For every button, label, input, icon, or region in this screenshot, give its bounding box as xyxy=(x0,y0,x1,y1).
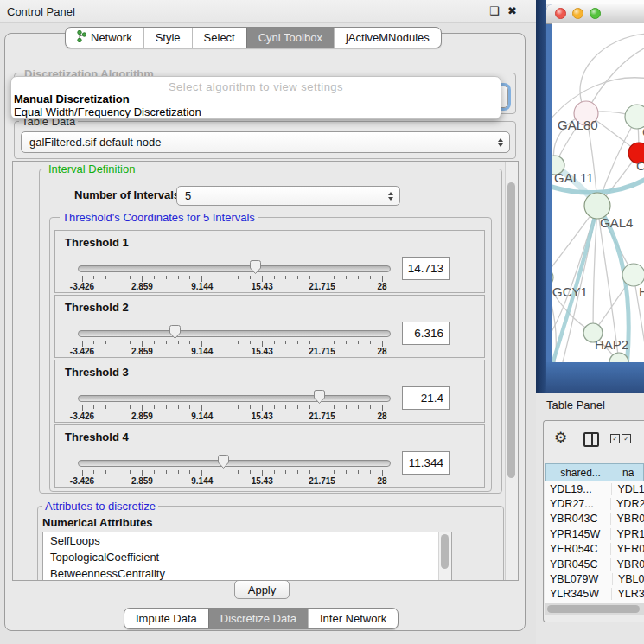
thresholds-group-title: Threshold's Coordinates for 5 Intervals xyxy=(60,211,258,224)
settings-scrollbar-thumb[interactable] xyxy=(507,182,515,478)
tick xyxy=(142,276,143,282)
table-data-combo[interactable]: galFiltered.sif default node xyxy=(21,131,510,153)
tick xyxy=(262,405,263,411)
tick xyxy=(322,276,322,282)
node-label-gcy1: GCY1 xyxy=(552,284,588,299)
tick-label: 15.43 xyxy=(252,282,273,291)
checkbox-icon[interactable]: ✓ xyxy=(622,434,631,443)
tick-label: 15.43 xyxy=(252,476,273,486)
tick xyxy=(297,276,298,279)
tab-infer-network[interactable]: Infer Network xyxy=(308,609,398,628)
network-node-node[interactable] xyxy=(625,105,644,129)
slider-track[interactable] xyxy=(78,395,391,402)
number-of-intervals-value: 5 xyxy=(185,189,191,202)
close-light[interactable] xyxy=(555,8,566,19)
table-row[interactable]: YBR045CYBR0 xyxy=(545,557,644,571)
threshold-label: Threshold 1 xyxy=(65,236,129,249)
node-label-gal11: GAL11 xyxy=(554,170,594,185)
slider-thumb[interactable] xyxy=(249,259,262,278)
tick xyxy=(334,470,335,474)
tick xyxy=(166,276,167,279)
tick xyxy=(178,470,179,474)
popup-option-manual[interactable]: Manual Discretization xyxy=(14,92,130,105)
slider-track[interactable] xyxy=(78,330,391,337)
close-icon[interactable]: ✖ xyxy=(507,4,517,17)
table-scrollbar-thumb[interactable] xyxy=(547,605,640,613)
tab-label: Cyni Toolbox xyxy=(258,31,322,44)
tick xyxy=(297,470,298,474)
slider-thumb[interactable] xyxy=(217,454,230,473)
numerical-attributes-list[interactable]: SelfLoopsTopologicalCoefficientBetweenne… xyxy=(42,532,452,581)
table-row[interactable]: YDL19...YDL1 xyxy=(545,481,644,496)
threshold-value-field[interactable]: 14.713 xyxy=(402,257,450,280)
column-header-shared-name[interactable]: shared... xyxy=(546,464,615,481)
column-header-name[interactable]: na xyxy=(615,467,634,479)
network-window-titlebar[interactable] xyxy=(546,4,644,24)
attributes-scrollbar-thumb[interactable] xyxy=(441,534,449,569)
gear-icon[interactable]: ⚙ xyxy=(554,429,567,447)
tab-cyni-toolbox[interactable]: Cyni Toolbox xyxy=(246,28,334,48)
slider-thumb[interactable] xyxy=(169,324,182,343)
tick xyxy=(238,276,239,279)
tab-label: Select xyxy=(204,31,235,44)
tick xyxy=(262,470,263,476)
tick xyxy=(189,276,190,279)
table-row[interactable]: YBR043CYBR0 xyxy=(545,512,644,526)
attributes-list-scrollbar[interactable] xyxy=(438,532,451,581)
tick xyxy=(214,276,214,279)
slider-track[interactable] xyxy=(78,460,391,467)
tick-label: 28 xyxy=(377,411,386,421)
node-attribute-table[interactable]: shared...naYDL19...YDL1YDR27...YDR2YBR04… xyxy=(545,463,644,603)
tick xyxy=(93,470,94,474)
tab-style[interactable]: Style xyxy=(143,28,192,48)
apply-button[interactable]: Apply xyxy=(234,580,290,599)
cell-name: YBL0 xyxy=(613,573,644,585)
tick xyxy=(105,341,106,344)
threshold-value-field[interactable]: 21.4 xyxy=(402,386,450,410)
table-horizontal-scrollbar[interactable] xyxy=(545,603,644,615)
tick xyxy=(105,405,106,409)
tab-jactivemnodules[interactable]: jActiveMNodules xyxy=(334,28,441,48)
float-icon[interactable]: ❑ xyxy=(489,4,500,17)
tab-network[interactable]: Network xyxy=(66,28,143,48)
tick xyxy=(334,276,335,279)
split-columns-icon[interactable] xyxy=(583,432,599,447)
network-canvas[interactable]: GAL80GCGAL11GAL4GCY1HHAP2 xyxy=(552,23,644,362)
slider-thumb[interactable] xyxy=(313,389,326,408)
tick xyxy=(285,470,286,474)
cell-name: YDL1 xyxy=(612,483,644,495)
tick xyxy=(201,470,202,476)
slider-track[interactable] xyxy=(78,265,391,272)
threshold-value-field[interactable]: 6.316 xyxy=(402,322,450,345)
tick xyxy=(358,470,359,474)
tick xyxy=(82,470,83,476)
table-row[interactable]: YLR345WYLR3 xyxy=(545,587,644,602)
threshold-value-field[interactable]: 11.344 xyxy=(402,451,450,475)
network-node-node[interactable] xyxy=(622,264,644,286)
tick xyxy=(370,470,371,474)
attribute-item-betweennesscentrality[interactable]: BetweennessCentrality xyxy=(43,565,451,581)
table-row[interactable]: YBL079WYBL0 xyxy=(545,571,644,586)
number-of-intervals-combo[interactable]: 5 xyxy=(176,186,400,206)
table-row[interactable]: YPR145WYPR1 xyxy=(545,526,644,541)
zoom-light[interactable] xyxy=(590,8,601,19)
popup-option-equal-width[interactable]: Equal Width/Frequency Discretization xyxy=(14,105,201,118)
table-row[interactable]: YER054CYER0 xyxy=(545,542,644,557)
tick xyxy=(370,405,371,409)
table-row[interactable]: YDR27...YDR2 xyxy=(545,496,644,511)
settings-scrollbar[interactable] xyxy=(505,162,518,580)
tab-impute-data[interactable]: Impute Data xyxy=(124,609,208,628)
attribute-item-topologicalcoefficient[interactable]: TopologicalCoefficient xyxy=(43,549,451,565)
tick-label: 21.715 xyxy=(309,347,335,356)
checkbox-icon[interactable]: ✓ xyxy=(610,434,620,443)
tick xyxy=(82,276,83,282)
cell-shared-name: YDR27... xyxy=(545,498,611,510)
minimize-light[interactable] xyxy=(572,8,583,19)
attribute-item-selfloops[interactable]: SelfLoops xyxy=(43,532,451,549)
cell-shared-name: YBL079W xyxy=(545,573,613,585)
threshold-label: Threshold 4 xyxy=(65,430,129,443)
desktop-background xyxy=(536,0,546,393)
tick xyxy=(297,405,298,409)
tab-discretize-data[interactable]: Discretize Data xyxy=(208,609,308,628)
tab-select[interactable]: Select xyxy=(192,28,246,48)
